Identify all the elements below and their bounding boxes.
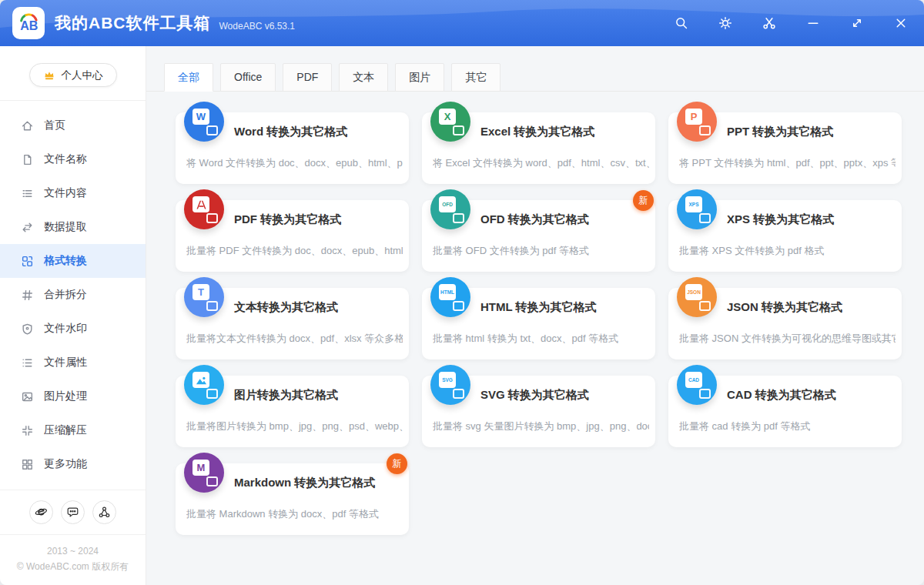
- format-chip: SVG: [439, 372, 456, 388]
- tool-icon: X: [430, 102, 470, 142]
- screenshot-scissors-icon[interactable]: [762, 15, 777, 31]
- card-desc: 批量将 OFD 文件转换为 pdf 等格式: [433, 244, 649, 258]
- convert-target-chip: [453, 213, 464, 223]
- close-icon[interactable]: [893, 15, 909, 31]
- sidebar-item-more-features[interactable]: 更多功能: [0, 447, 146, 481]
- search-icon[interactable]: [674, 15, 689, 31]
- tool-cards-grid: W Word 转换为其它格式 将 Word 文件转换为 doc、docx、epu…: [176, 112, 902, 535]
- card-title: HTML 转换为其它格式: [480, 300, 597, 315]
- settings-gear-icon[interactable]: [718, 15, 733, 31]
- tool-card-ppt[interactable]: P PPT 转换为其它格式 将 PPT 文件转换为 html、pdf、ppt、p…: [668, 112, 902, 184]
- convert-target-chip: [453, 125, 464, 135]
- sidebar-item-file-content[interactable]: 文件内容: [0, 176, 146, 210]
- convert-target-chip: [206, 389, 218, 399]
- tool-card-cad[interactable]: CAD CAD 转换为其它格式 批量将 cad 转换为 pdf 等格式 新: [668, 376, 902, 447]
- sidebar-item-home[interactable]: 首页: [0, 109, 146, 142]
- crown-icon: [43, 70, 55, 80]
- title-bar: AB 我的ABC软件工具箱 WodeABC v6.53.1: [0, 0, 924, 46]
- quick-links: [0, 490, 146, 535]
- tool-card-pdf[interactable]: PDF 转换为其它格式 批量将 PDF 文件转换为 doc、docx、epub、…: [176, 200, 409, 272]
- chat-bubble-icon[interactable]: [61, 500, 85, 524]
- tool-icon: OFD: [430, 189, 470, 229]
- convert-target-chip: [453, 389, 464, 399]
- convert-target-chip: [206, 213, 218, 223]
- format-chip: W: [192, 109, 209, 125]
- copyright-owner: © WodeABC.com 版权所有: [0, 559, 146, 574]
- sidebar-item-label: 压缩解压: [44, 423, 87, 437]
- home-icon: [21, 119, 34, 132]
- card-title: PPT 转换为其它格式: [727, 125, 833, 139]
- card-title: Word 转换为其它格式: [234, 125, 347, 139]
- tool-card-ofd[interactable]: OFD OFD 转换为其它格式 批量将 OFD 文件转换为 pdf 等格式 新: [422, 200, 655, 272]
- more-grid-icon: [21, 458, 34, 471]
- card-desc: 将 Excel 文件转换为 word、pdf、html、csv、txt、s: [433, 156, 649, 170]
- sidebar-item-label: 图片处理: [44, 389, 87, 403]
- sidebar-item-file-name[interactable]: 文件名称: [0, 142, 146, 176]
- card-desc: 批量将 svg 矢量图片转换为 bmp、jpg、png、docx: [433, 420, 649, 433]
- minimize-icon[interactable]: [805, 15, 821, 31]
- tool-card-xps[interactable]: XPS XPS 转换为其它格式 批量将 XPS 文件转换为 pdf 格式 新: [668, 200, 902, 272]
- sidebar-item-label: 合并拆分: [44, 288, 87, 302]
- image-process-icon: [21, 390, 34, 403]
- card-desc: 批量将图片转换为 bmp、jpg、png、psd、webp、: [186, 420, 403, 433]
- tool-card-markdown[interactable]: M Markdown 转换为其它格式 批量将 Markdown 转换为 docx…: [176, 463, 409, 535]
- tool-card-excel[interactable]: X Excel 转换为其它格式 将 Excel 文件转换为 word、pdf、h…: [422, 112, 655, 184]
- tab-2[interactable]: PDF: [283, 63, 332, 92]
- ie-browser-icon[interactable]: [29, 500, 53, 524]
- card-desc: 批量将 Markdown 转换为 docx、pdf 等格式: [186, 507, 403, 521]
- card-desc: 批量将 cad 转换为 pdf 等格式: [679, 420, 896, 433]
- file-name-icon: [21, 153, 34, 166]
- sidebar-item-data-extract[interactable]: 数据提取: [0, 210, 146, 244]
- tab-1[interactable]: Office: [220, 63, 276, 92]
- tool-icon: T: [184, 277, 224, 317]
- sidebar-item-label: 数据提取: [44, 220, 87, 234]
- tab-4[interactable]: 图片: [395, 63, 444, 92]
- card-title: XPS 转换为其它格式: [727, 212, 834, 227]
- card-desc: 将 Word 文件转换为 doc、docx、epub、html、pd: [186, 156, 403, 170]
- profile-center-button[interactable]: 个人中心: [29, 63, 117, 87]
- file-props-icon: [21, 356, 34, 369]
- tab-0[interactable]: 全部: [164, 63, 213, 92]
- resize-icon[interactable]: [849, 15, 865, 31]
- tool-card-json[interactable]: JSON JSON 转换为其它格式 批量将 JSON 文件转换为可视化的思维导图…: [668, 288, 902, 359]
- svg-text:AB: AB: [20, 18, 38, 32]
- app-window: AB 我的ABC软件工具箱 WodeABC v6.53.1 个人中心 首页 文件…: [0, 0, 924, 585]
- convert-target-chip: [206, 476, 218, 486]
- sidebar-item-file-props[interactable]: 文件属性: [0, 346, 146, 379]
- tool-card-svg[interactable]: SVG SVG 转换为其它格式 批量将 svg 矢量图片转换为 bmp、jpg、…: [422, 376, 655, 447]
- sidebar-item-label: 格式转换: [44, 254, 87, 268]
- sidebar-item-label: 首页: [44, 119, 65, 132]
- compress-icon: [21, 424, 34, 437]
- sidebar-item-watermark[interactable]: 文件水印: [0, 312, 146, 346]
- tool-icon: [184, 189, 224, 229]
- tool-card-word[interactable]: W Word 转换为其它格式 将 Word 文件转换为 doc、docx、epu…: [176, 112, 409, 184]
- sidebar-item-merge-split[interactable]: 合并拆分: [0, 278, 146, 312]
- sidebar-menu: 首页 文件名称 文件内容 数据提取 格式转换 合并拆分 文件水印 文件属性 图片…: [0, 109, 146, 481]
- tool-card-html[interactable]: HTML HTML 转换为其它格式 批量将 html 转换为 txt、docx、…: [422, 288, 655, 359]
- card-desc: 批量将 XPS 文件转换为 pdf 格式: [679, 244, 896, 258]
- app-logo: AB: [12, 7, 45, 39]
- tab-3[interactable]: 文本: [339, 63, 388, 92]
- card-title: 图片转换为其它格式: [234, 388, 338, 403]
- app-version: WodeABC v6.53.1: [219, 21, 296, 32]
- tab-5[interactable]: 其它: [451, 63, 500, 92]
- watermark-icon: [21, 323, 34, 336]
- tool-icon: W: [184, 102, 224, 142]
- tool-card-text[interactable]: T 文本转换为其它格式 批量将文本文件转换为 docx、pdf、xlsx 等众多…: [176, 288, 409, 359]
- card-title: Markdown 转换为其它格式: [234, 476, 375, 490]
- share-network-icon[interactable]: [92, 500, 116, 524]
- sidebar-item-format-convert[interactable]: 格式转换: [0, 244, 146, 278]
- sidebar-item-compress[interactable]: 压缩解压: [0, 413, 146, 447]
- tool-card-image[interactable]: 图片转换为其它格式 批量将图片转换为 bmp、jpg、png、psd、webp、…: [176, 376, 409, 447]
- card-desc: 批量将 JSON 文件转换为可视化的思维导图或其它格: [679, 332, 896, 346]
- sidebar-divider: [0, 100, 146, 101]
- sidebar-item-label: 文件水印: [44, 322, 87, 336]
- format-chip: P: [685, 109, 702, 125]
- sidebar-item-image-process[interactable]: 图片处理: [0, 379, 146, 413]
- convert-target-chip: [206, 301, 218, 311]
- card-title: OFD 转换为其它格式: [480, 212, 589, 227]
- convert-target-chip: [699, 301, 711, 311]
- window-controls: [674, 15, 909, 31]
- merge-split-icon: [21, 289, 34, 302]
- format-chip: XPS: [685, 196, 702, 212]
